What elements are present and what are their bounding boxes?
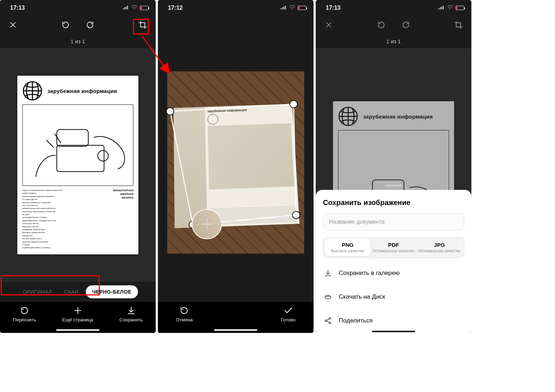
doc-illustration bbox=[22, 104, 134, 186]
bottom-toolbar: Переснять Ещё страница Сохранить bbox=[0, 302, 156, 333]
format-jpg-sub: Оптимальное качество bbox=[418, 249, 461, 253]
svg-rect-8 bbox=[57, 129, 88, 146]
svg-point-1 bbox=[65, 28, 66, 28]
gallery-label: Сохранить в галерею bbox=[339, 270, 400, 277]
cellular-icon bbox=[123, 5, 129, 11]
format-png-label: PNG bbox=[342, 242, 354, 248]
sheet-grabber[interactable] bbox=[385, 185, 402, 186]
save-to-disk-action[interactable]: Скачать на Диск bbox=[323, 288, 464, 306]
filter-original[interactable]: ОРИГИНАЛ bbox=[18, 285, 57, 298]
format-png-sub: Высокое качество bbox=[331, 249, 364, 253]
cancel-button[interactable]: Отмена bbox=[176, 306, 193, 322]
wifi-icon bbox=[289, 5, 296, 11]
crop-quad[interactable] bbox=[170, 104, 296, 225]
filter-selector: ОРИГИНАЛ СКАН ЧЕРНО-БЕЛОЕ bbox=[0, 282, 156, 302]
home-indicator[interactable] bbox=[372, 331, 415, 332]
crop-photo[interactable]: зарубежная информация bbox=[167, 71, 304, 254]
save-to-gallery-action[interactable]: Сохранить в галерею bbox=[323, 264, 464, 282]
cancel-label: Отмена bbox=[176, 317, 193, 322]
filter-scan[interactable]: СКАН bbox=[59, 285, 84, 298]
format-selector: PNG Высокое качество PDF Оптимальное кач… bbox=[323, 237, 464, 258]
disk-label: Скачать на Диск bbox=[339, 293, 385, 300]
battery-icon bbox=[456, 6, 464, 10]
disk-icon bbox=[324, 293, 332, 301]
status-bar: 17:12 bbox=[158, 0, 314, 16]
battery-icon bbox=[140, 6, 148, 10]
format-pdf[interactable]: PDF Оптимальное качество bbox=[370, 239, 416, 256]
svg-point-11 bbox=[166, 108, 174, 115]
add-page-button[interactable]: Ещё страница bbox=[62, 306, 93, 322]
doc-body-text: Одна из американских фирм выпустилановую… bbox=[22, 189, 76, 249]
add-page-label: Ещё страница bbox=[62, 317, 93, 322]
filter-bw-selected[interactable]: ЧЕРНО-БЕЛОЕ bbox=[86, 285, 138, 298]
format-pdf-label: PDF bbox=[388, 242, 399, 248]
crop-button[interactable] bbox=[136, 18, 150, 32]
share-icon bbox=[324, 316, 332, 325]
screen-crop: 17:12 зарубежная информация bbox=[158, 0, 314, 333]
rotate-right-button[interactable] bbox=[399, 18, 413, 32]
download-icon bbox=[126, 306, 136, 316]
save-label: Сохранить bbox=[119, 317, 143, 322]
crop-button[interactable] bbox=[451, 18, 466, 32]
status-time: 17:12 bbox=[168, 5, 183, 11]
doc-title: зарубежная информация bbox=[363, 113, 433, 120]
svg-point-9 bbox=[98, 151, 108, 161]
preview-area[interactable]: зарубежная информация Одна из американск… bbox=[0, 48, 156, 282]
doc-title: зарубежная информация bbox=[48, 88, 117, 94]
format-png[interactable]: PNG Высокое качество bbox=[325, 239, 370, 256]
wifi-icon bbox=[131, 5, 138, 11]
crop-bottom-toolbar: Отмена Готово bbox=[158, 302, 314, 333]
rotate-right-button[interactable] bbox=[83, 18, 97, 32]
retake-icon bbox=[19, 306, 30, 316]
status-bar: 17:13 bbox=[0, 0, 156, 16]
save-sheet: Сохранить изображение Название документа… bbox=[316, 190, 471, 333]
screen-save: 17:13 1 из 1 зарубежная информация Одна … bbox=[316, 0, 471, 333]
plus-icon bbox=[73, 306, 83, 316]
svg-point-4 bbox=[90, 28, 90, 28]
magnifier-loupe bbox=[192, 209, 222, 239]
wifi-icon bbox=[447, 5, 453, 11]
save-button[interactable]: Сохранить bbox=[119, 306, 143, 322]
close-button[interactable] bbox=[6, 18, 20, 32]
scanned-page: зарубежная информация Одна из американск… bbox=[17, 76, 139, 254]
rotate-left-button[interactable] bbox=[374, 18, 388, 32]
svg-point-19 bbox=[325, 296, 331, 299]
close-button[interactable] bbox=[321, 18, 336, 32]
done-button[interactable]: Готово bbox=[281, 306, 296, 322]
check-icon bbox=[283, 306, 293, 316]
edit-toolbar bbox=[0, 16, 156, 34]
status-time: 17:13 bbox=[10, 5, 25, 11]
globe-icon bbox=[22, 81, 43, 101]
format-jpg[interactable]: JPG Оптимальное качество bbox=[417, 239, 462, 256]
share-action[interactable]: Поделиться bbox=[323, 312, 464, 329]
svg-point-3 bbox=[88, 27, 89, 28]
svg-point-12 bbox=[290, 101, 297, 108]
rotate-left-button[interactable] bbox=[58, 18, 73, 32]
home-indicator[interactable] bbox=[214, 329, 257, 331]
svg-point-5 bbox=[91, 27, 92, 28]
format-pdf-sub: Оптимальное качество bbox=[372, 249, 415, 253]
globe-icon bbox=[338, 106, 358, 126]
crop-spacer-bottom bbox=[158, 277, 314, 302]
retake-button[interactable]: Переснять bbox=[13, 306, 36, 322]
status-time: 17:13 bbox=[326, 5, 341, 11]
undo-icon bbox=[179, 306, 189, 316]
edit-toolbar bbox=[316, 16, 471, 34]
share-label: Поделиться bbox=[339, 317, 373, 324]
download-icon bbox=[324, 269, 332, 277]
battery-icon bbox=[298, 6, 306, 10]
status-bar: 17:13 bbox=[316, 0, 471, 16]
screen-edit: 17:13 1 из 1 зарубежная информация Одна … bbox=[0, 0, 156, 333]
crop-spacer-top bbox=[158, 16, 314, 48]
cellular-icon bbox=[438, 5, 445, 11]
svg-marker-10 bbox=[170, 104, 296, 225]
doc-name-input[interactable]: Название документа bbox=[323, 213, 464, 231]
retake-label: Переснять bbox=[13, 317, 36, 322]
home-indicator[interactable] bbox=[56, 329, 99, 331]
doc-caption: МИНИАТЮРНАЯШВЕЙНАЯМАШИНА bbox=[79, 189, 133, 249]
cellular-icon bbox=[280, 5, 287, 11]
svg-point-0 bbox=[64, 27, 64, 28]
crop-area[interactable]: зарубежная информация bbox=[158, 48, 314, 277]
page-counter: 1 из 1 bbox=[0, 34, 156, 48]
svg-rect-7 bbox=[57, 145, 104, 172]
